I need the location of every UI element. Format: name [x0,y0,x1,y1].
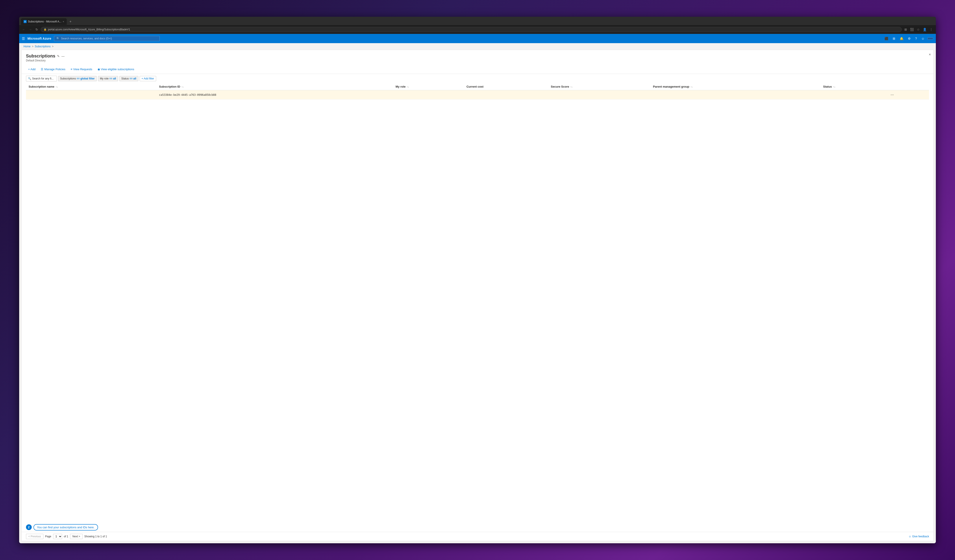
subscriptions-panel: Subscriptions ✎ — Default Directory × + … [21,50,934,541]
forward-button[interactable]: → [28,27,33,32]
filter-search-input[interactable]: 🔍 Search for any fi... [26,76,57,81]
address-input[interactable]: 🔒 portal.azure.com/#view/Microsoft_Azure… [41,27,902,32]
col-parent-group[interactable]: Parent management group ↑↓ [650,83,820,90]
filter-search-placeholder: Search for any fi... [32,77,53,80]
tab-label: Subscriptions - Microsoft A... [28,20,61,23]
settings-button[interactable]: ⚙ [906,36,912,41]
col-secure-score[interactable]: Secure Score ↑↓ [548,83,650,90]
col-current-cost[interactable]: Current cost [464,83,548,90]
breadcrumb-subscriptions[interactable]: Subscriptions [35,45,51,48]
sort-icon-status: ↑↓ [833,86,835,88]
row-more-button[interactable]: ··· [889,92,895,98]
cloud-shell-button[interactable]: ⬛ [883,36,889,41]
view-eligible-icon: ◉ [97,67,100,71]
status-filter-chip[interactable]: Status == all [119,76,138,81]
extensions-icon[interactable]: ⬛ [909,27,915,32]
cell-secure-score [548,90,650,100]
view-requests-button[interactable]: ≡ View Requests [69,67,94,72]
panel-subtitle: Default Directory [26,59,929,62]
filter-search-icon: 🔍 [28,77,31,80]
view-eligible-button[interactable]: ◉ View eligible subscriptions [96,67,136,72]
topnav-right-actions: ⬛ ⊞ 🔔 ⚙ ? ☺ [883,36,933,41]
search-icon: 🔍 [56,37,60,40]
screenshot-icon[interactable]: ⊞ [903,27,908,32]
cell-subscription-name[interactable] [26,90,157,100]
manage-policies-icon: ☰ [41,67,43,71]
feedback-icon: ☺ [908,535,911,538]
subscriptions-table-container: Subscription name ↑↓ Subscription ID ↑↓ … [22,83,934,523]
subscriptions-filter-chip[interactable]: Subscriptions == global filter [58,76,97,81]
page-select[interactable]: 1 [53,534,62,539]
breadcrumb-home[interactable]: Home [23,45,31,48]
col-subscription-name[interactable]: Subscription name ↑↓ [26,83,157,90]
annotation-badge: 2 [26,524,32,530]
directory-button[interactable]: ⊞ [891,36,897,41]
main-content: Home > Subscriptions > Subscriptions ✎ —… [19,43,936,543]
sort-icon-id: ↑↓ [182,86,184,88]
address-bar: ← → ↻ 🔒 portal.azure.com/#view/Microsoft… [19,25,936,34]
table-header-row: Subscription name ↑↓ Subscription ID ↑↓ … [26,83,929,90]
breadcrumb-separator-1: > [32,45,33,48]
my-role-filter-chip[interactable]: My role == all [98,76,118,81]
sort-icon-role: ↑↓ [407,86,409,88]
hamburger-menu-button[interactable]: ☰ [22,37,25,41]
subscription-id-value: ca53384e-be29-4445-a763-0996a858cb88 [159,93,216,97]
lock-icon: 🔒 [44,28,47,31]
global-search-bar[interactable]: 🔍 Search resources, services, and docs (… [54,36,160,41]
showing-label: Showing 1 to 1 of 1 [85,535,107,538]
feedback-label: Give feedback [912,535,929,538]
active-tab[interactable]: A Subscriptions - Microsoft A... × [21,18,67,25]
tab-close-button[interactable]: × [63,20,64,23]
cell-current-cost [464,90,548,100]
col-my-role[interactable]: My role ↑↓ [393,83,464,90]
col-status[interactable]: Status ↑↓ [820,83,886,90]
azure-logo: Microsoft Azure [28,37,51,40]
of-label: of 1 [64,535,68,538]
profile-button[interactable] [927,37,933,40]
cell-status [820,90,886,100]
view-requests-icon: ≡ [71,67,72,71]
browser-actions: ⊞ ⬛ ☆ 👤 ⋮ [903,27,934,32]
table-row: ca53384e-be29-4445-a763-0996a858cb88 [26,90,929,100]
manage-policies-button[interactable]: ☰ Manage Policies [39,67,67,72]
minimize-icon[interactable]: — [61,55,64,58]
new-tab-button[interactable]: + [67,19,73,25]
profile-icon[interactable]: 👤 [922,27,927,32]
add-filter-button[interactable]: + Add filter [139,76,156,81]
annotation-bubble: You can find your subscriptions and IDs … [33,524,98,530]
add-button[interactable]: + Add [26,67,38,72]
pin-icon[interactable]: ✎ [57,55,60,58]
next-page-button[interactable]: Next > [70,534,83,539]
previous-page-button[interactable]: < Previous [26,534,43,539]
azure-topnav: ☰ Microsoft Azure 🔍 Search resources, se… [19,34,936,43]
panel-title: Subscriptions [26,53,55,59]
panel-close-button[interactable]: × [929,53,931,56]
menu-icon[interactable]: ⋮ [929,27,934,32]
refresh-button[interactable]: ↻ [34,27,39,32]
annotation-container: 2 You can find your subscriptions and ID… [22,523,934,532]
panel-title-row: Subscriptions ✎ — [26,53,929,59]
browser-window: A Subscriptions - Microsoft A... × + ← →… [19,17,936,543]
feedback-topnav-button[interactable]: ☺ [920,36,926,41]
tab-bar: A Subscriptions - Microsoft A... × + [19,17,936,25]
col-subscription-id[interactable]: Subscription ID ↑↓ [157,83,393,90]
cell-my-role [393,90,464,100]
breadcrumb: Home > Subscriptions > [19,43,936,50]
search-placeholder: Search resources, services, and docs (G+… [61,37,112,40]
sort-icon-name: ↑↓ [55,86,58,88]
sort-icon-parent: ↑↓ [690,86,693,88]
bookmark-icon[interactable]: ☆ [916,27,921,32]
panel-footer: < Previous Page 1 of 1 Next > Showing 1 … [22,532,934,541]
toolbar: + Add ☰ Manage Policies ≡ View Requests … [22,65,934,74]
breadcrumb-separator-2: > [52,45,53,48]
back-button[interactable]: ← [21,27,26,32]
col-actions [886,83,929,90]
url-text: portal.azure.com/#view/Microsoft_Azure_B… [48,28,130,31]
give-feedback-button[interactable]: ☺ Give feedback [908,535,929,538]
cell-more-actions: ··· [886,90,929,100]
page-label: Page [45,535,51,538]
notifications-button[interactable]: 🔔 [899,36,905,41]
subscriptions-table: Subscription name ↑↓ Subscription ID ↑↓ … [26,83,929,100]
help-button[interactable]: ? [914,36,918,41]
cell-subscription-id: ca53384e-be29-4445-a763-0996a858cb88 [157,90,393,100]
